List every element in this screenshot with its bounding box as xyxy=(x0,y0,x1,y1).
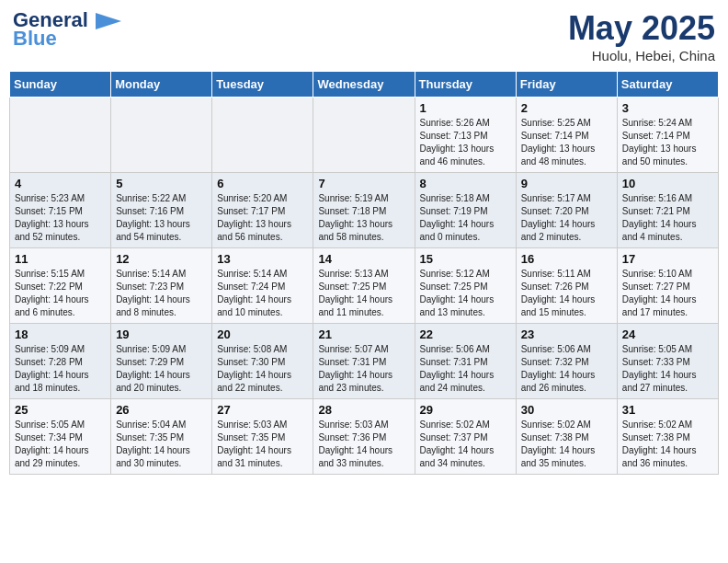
weekday-header-monday: Monday xyxy=(111,72,212,98)
day-info: Sunrise: 5:22 AM Sunset: 7:16 PM Dayligh… xyxy=(116,192,207,244)
day-info: Sunrise: 5:05 AM Sunset: 7:34 PM Dayligh… xyxy=(15,419,106,470)
day-info: Sunrise: 5:25 AM Sunset: 7:14 PM Dayligh… xyxy=(521,117,612,168)
calendar-day-cell: 13Sunrise: 5:14 AM Sunset: 7:24 PM Dayli… xyxy=(212,248,313,324)
day-info: Sunrise: 5:05 AM Sunset: 7:33 PM Dayligh… xyxy=(622,343,713,395)
day-number: 4 xyxy=(15,177,106,190)
calendar-day-cell: 5Sunrise: 5:22 AM Sunset: 7:16 PM Daylig… xyxy=(111,173,212,248)
day-info: Sunrise: 5:26 AM Sunset: 7:13 PM Dayligh… xyxy=(420,117,511,168)
day-info: Sunrise: 5:14 AM Sunset: 7:24 PM Dayligh… xyxy=(217,268,308,319)
calendar-day-cell xyxy=(10,98,111,173)
day-info: Sunrise: 5:15 AM Sunset: 7:22 PM Dayligh… xyxy=(15,268,106,319)
calendar-week-row: 18Sunrise: 5:09 AM Sunset: 7:28 PM Dayli… xyxy=(10,324,719,399)
day-info: Sunrise: 5:16 AM Sunset: 7:21 PM Dayligh… xyxy=(622,192,713,244)
day-number: 1 xyxy=(420,101,511,115)
day-number: 27 xyxy=(217,403,308,417)
day-number: 13 xyxy=(217,252,308,266)
title-block: May 2025 Huolu, Hebei, China xyxy=(568,9,715,63)
day-number: 10 xyxy=(622,177,713,190)
day-info: Sunrise: 5:23 AM Sunset: 7:15 PM Dayligh… xyxy=(15,192,106,244)
day-number: 2 xyxy=(521,101,612,115)
weekday-header-tuesday: Tuesday xyxy=(212,72,313,98)
weekday-header-friday: Friday xyxy=(516,72,617,98)
day-info: Sunrise: 5:10 AM Sunset: 7:27 PM Dayligh… xyxy=(622,268,713,319)
calendar-day-cell: 22Sunrise: 5:06 AM Sunset: 7:31 PM Dayli… xyxy=(415,324,516,399)
calendar-day-cell: 18Sunrise: 5:09 AM Sunset: 7:28 PM Dayli… xyxy=(10,324,111,399)
calendar-day-cell: 20Sunrise: 5:08 AM Sunset: 7:30 PM Dayli… xyxy=(212,324,313,399)
day-number: 16 xyxy=(521,252,612,266)
day-number: 17 xyxy=(622,252,713,266)
day-number: 18 xyxy=(15,327,106,341)
calendar-day-cell: 8Sunrise: 5:18 AM Sunset: 7:19 PM Daylig… xyxy=(415,173,516,248)
calendar-day-cell: 23Sunrise: 5:06 AM Sunset: 7:32 PM Dayli… xyxy=(516,324,617,399)
weekday-header-row: SundayMondayTuesdayWednesdayThursdayFrid… xyxy=(10,72,719,98)
day-info: Sunrise: 5:03 AM Sunset: 7:36 PM Dayligh… xyxy=(318,419,409,470)
calendar-day-cell: 1Sunrise: 5:26 AM Sunset: 7:13 PM Daylig… xyxy=(415,98,516,173)
day-info: Sunrise: 5:11 AM Sunset: 7:26 PM Dayligh… xyxy=(521,268,612,319)
calendar-day-cell: 11Sunrise: 5:15 AM Sunset: 7:22 PM Dayli… xyxy=(10,248,111,324)
day-number: 9 xyxy=(521,177,612,190)
weekday-header-thursday: Thursday xyxy=(415,72,516,98)
day-info: Sunrise: 5:04 AM Sunset: 7:35 PM Dayligh… xyxy=(116,419,207,470)
calendar-day-cell: 3Sunrise: 5:24 AM Sunset: 7:14 PM Daylig… xyxy=(617,98,718,173)
calendar-day-cell: 29Sunrise: 5:02 AM Sunset: 7:37 PM Dayli… xyxy=(415,399,516,475)
calendar-day-cell: 24Sunrise: 5:05 AM Sunset: 7:33 PM Dayli… xyxy=(617,324,718,399)
day-info: Sunrise: 5:20 AM Sunset: 7:17 PM Dayligh… xyxy=(217,192,308,244)
calendar-day-cell: 21Sunrise: 5:07 AM Sunset: 7:31 PM Dayli… xyxy=(313,324,415,399)
calendar-day-cell: 9Sunrise: 5:17 AM Sunset: 7:20 PM Daylig… xyxy=(516,173,617,248)
day-number: 29 xyxy=(420,403,511,417)
day-number: 30 xyxy=(521,403,612,417)
day-number: 6 xyxy=(217,177,308,190)
day-number: 3 xyxy=(622,101,713,115)
calendar-day-cell: 25Sunrise: 5:05 AM Sunset: 7:34 PM Dayli… xyxy=(10,399,111,475)
day-number: 25 xyxy=(15,403,106,417)
day-number: 23 xyxy=(521,327,612,341)
day-number: 22 xyxy=(420,327,511,341)
calendar-week-row: 1Sunrise: 5:26 AM Sunset: 7:13 PM Daylig… xyxy=(10,98,719,173)
logo-arrow-icon xyxy=(96,13,121,29)
day-number: 8 xyxy=(420,177,511,190)
day-info: Sunrise: 5:08 AM Sunset: 7:30 PM Dayligh… xyxy=(217,343,308,395)
calendar-week-row: 11Sunrise: 5:15 AM Sunset: 7:22 PM Dayli… xyxy=(10,248,719,324)
day-number: 31 xyxy=(622,403,713,417)
day-number: 5 xyxy=(116,177,207,190)
day-number: 15 xyxy=(420,252,511,266)
day-info: Sunrise: 5:18 AM Sunset: 7:19 PM Dayligh… xyxy=(420,192,511,244)
calendar-day-cell xyxy=(111,98,212,173)
day-info: Sunrise: 5:19 AM Sunset: 7:18 PM Dayligh… xyxy=(318,192,409,244)
day-number: 12 xyxy=(116,252,207,266)
calendar-day-cell: 17Sunrise: 5:10 AM Sunset: 7:27 PM Dayli… xyxy=(617,248,718,324)
calendar-day-cell: 30Sunrise: 5:02 AM Sunset: 7:38 PM Dayli… xyxy=(516,399,617,475)
calendar-day-cell: 27Sunrise: 5:03 AM Sunset: 7:35 PM Dayli… xyxy=(212,399,313,475)
month-title: May 2025 xyxy=(568,9,715,48)
calendar-day-cell: 19Sunrise: 5:09 AM Sunset: 7:29 PM Dayli… xyxy=(111,324,212,399)
day-info: Sunrise: 5:07 AM Sunset: 7:31 PM Dayligh… xyxy=(318,343,409,395)
calendar-day-cell: 31Sunrise: 5:02 AM Sunset: 7:38 PM Dayli… xyxy=(617,399,718,475)
calendar-day-cell: 16Sunrise: 5:11 AM Sunset: 7:26 PM Dayli… xyxy=(516,248,617,324)
day-info: Sunrise: 5:14 AM Sunset: 7:23 PM Dayligh… xyxy=(116,268,207,319)
calendar-day-cell: 7Sunrise: 5:19 AM Sunset: 7:18 PM Daylig… xyxy=(313,173,415,248)
calendar-day-cell: 14Sunrise: 5:13 AM Sunset: 7:25 PM Dayli… xyxy=(313,248,415,324)
day-info: Sunrise: 5:24 AM Sunset: 7:14 PM Dayligh… xyxy=(622,117,713,168)
day-number: 21 xyxy=(318,327,409,341)
day-number: 7 xyxy=(318,177,409,190)
calendar-week-row: 25Sunrise: 5:05 AM Sunset: 7:34 PM Dayli… xyxy=(10,399,719,475)
weekday-header-saturday: Saturday xyxy=(617,72,718,98)
calendar-day-cell: 2Sunrise: 5:25 AM Sunset: 7:14 PM Daylig… xyxy=(516,98,617,173)
calendar-day-cell: 12Sunrise: 5:14 AM Sunset: 7:23 PM Dayli… xyxy=(111,248,212,324)
logo: General Blue xyxy=(13,9,121,50)
day-info: Sunrise: 5:02 AM Sunset: 7:37 PM Dayligh… xyxy=(420,419,511,470)
day-number: 20 xyxy=(217,327,308,341)
day-number: 26 xyxy=(116,403,207,417)
day-info: Sunrise: 5:06 AM Sunset: 7:31 PM Dayligh… xyxy=(420,343,511,395)
svg-marker-0 xyxy=(96,13,121,29)
weekday-header-wednesday: Wednesday xyxy=(313,72,415,98)
calendar-table: SundayMondayTuesdayWednesdayThursdayFrid… xyxy=(9,71,719,475)
calendar-day-cell: 4Sunrise: 5:23 AM Sunset: 7:15 PM Daylig… xyxy=(10,173,111,248)
day-info: Sunrise: 5:09 AM Sunset: 7:29 PM Dayligh… xyxy=(116,343,207,395)
day-info: Sunrise: 5:03 AM Sunset: 7:35 PM Dayligh… xyxy=(217,419,308,470)
day-info: Sunrise: 5:06 AM Sunset: 7:32 PM Dayligh… xyxy=(521,343,612,395)
weekday-header-sunday: Sunday xyxy=(10,72,111,98)
day-number: 28 xyxy=(318,403,409,417)
day-number: 19 xyxy=(116,327,207,341)
calendar-day-cell: 28Sunrise: 5:03 AM Sunset: 7:36 PM Dayli… xyxy=(313,399,415,475)
